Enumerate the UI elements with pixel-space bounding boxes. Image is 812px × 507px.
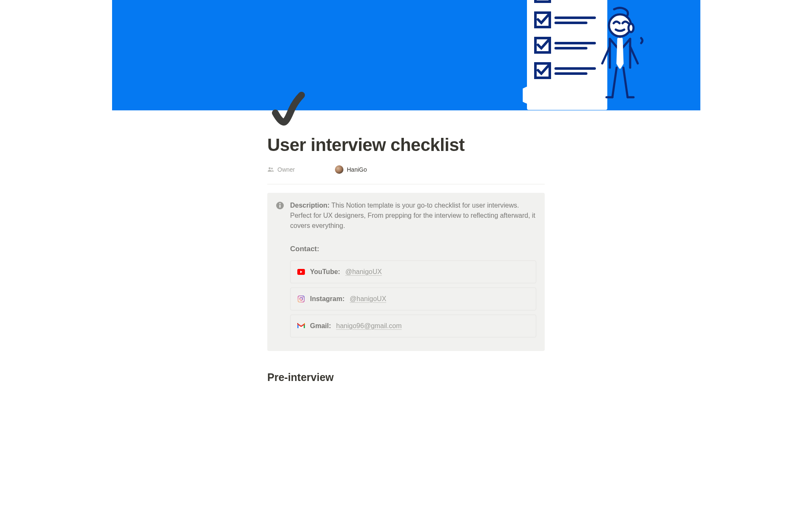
youtube-label: YouTube:	[310, 267, 340, 277]
svg-point-29	[302, 296, 303, 297]
gmail-icon	[297, 322, 305, 330]
svg-point-22	[271, 168, 273, 170]
svg-rect-25	[280, 205, 281, 208]
callout-body: Description: This Notion template is you…	[290, 200, 536, 342]
instagram-label: Instagram:	[310, 294, 345, 304]
owner-label-text: Owner	[277, 166, 295, 173]
instagram-handle[interactable]: @hanigoUX	[350, 294, 387, 304]
svg-point-21	[269, 167, 271, 170]
property-divider	[267, 184, 545, 184]
avatar	[335, 165, 343, 174]
youtube-handle[interactable]: @hanigoUX	[345, 267, 382, 277]
contact-heading: Contact:	[290, 244, 536, 255]
section-heading-pre-interview: Pre-interview	[267, 371, 545, 384]
svg-point-24	[279, 203, 280, 204]
cover-image	[112, 0, 700, 110]
gmail-label: Gmail:	[310, 321, 331, 331]
property-label-owner: Owner	[267, 166, 335, 173]
contact-card-instagram[interactable]: Instagram: @hanigoUX	[290, 288, 536, 310]
description-text: Description: This Notion template is you…	[290, 200, 536, 231]
contact-card-gmail[interactable]: Gmail: hanigo96@gmail.com	[290, 315, 536, 337]
cover-illustration	[523, 0, 667, 110]
svg-point-28	[300, 297, 302, 300]
svg-line-18	[623, 68, 628, 97]
description-label: Description:	[290, 202, 329, 209]
page-icon-checkmark	[268, 91, 306, 129]
owner-name: HaniGo	[347, 166, 367, 173]
property-value-owner[interactable]: HaniGo	[335, 165, 367, 174]
svg-rect-27	[298, 296, 304, 302]
contact-card-youtube[interactable]: YouTube: @hanigoUX	[290, 260, 536, 283]
youtube-icon	[297, 268, 305, 276]
svg-line-17	[612, 68, 617, 97]
info-icon	[276, 201, 284, 342]
page-title: User interview checklist	[267, 135, 545, 155]
instagram-icon	[297, 295, 305, 303]
svg-point-14	[609, 14, 631, 36]
people-icon	[267, 166, 274, 173]
page-container: User interview checklist Owner HaniGo	[112, 0, 700, 384]
svg-point-15	[628, 24, 634, 32]
page-content: User interview checklist Owner HaniGo	[267, 110, 545, 384]
gmail-handle[interactable]: hanigo96@gmail.com	[336, 321, 402, 331]
description-callout: Description: This Notion template is you…	[267, 193, 545, 351]
property-row-owner[interactable]: Owner HaniGo	[267, 163, 545, 176]
